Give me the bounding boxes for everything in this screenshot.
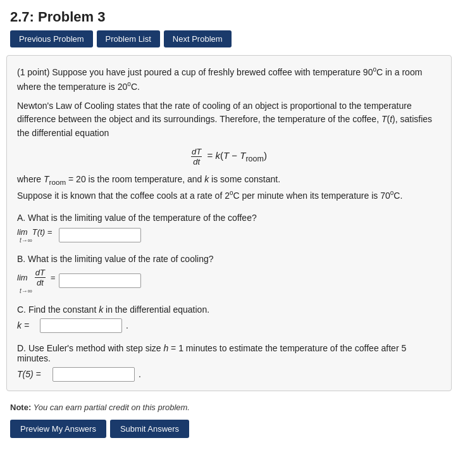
section-a-math-label: lim T(t) = t→∞ <box>17 227 55 244</box>
section-b-label: B. What is the limiting value of the rat… <box>17 254 441 264</box>
section-c-period: . <box>126 320 128 330</box>
note-text: You can earn partial credit on this prob… <box>34 403 190 412</box>
law-text: Newton's Law of Cooling states that the … <box>17 99 441 141</box>
section-c: C. Find the constant k in the differenti… <box>17 304 441 333</box>
section-d-label: D. Use Euler's method with step size h =… <box>17 343 441 363</box>
next-problem-button[interactable]: Next Problem <box>164 30 232 47</box>
page-title: 2.7: Problem 3 <box>0 0 458 30</box>
section-b-input[interactable] <box>59 273 141 288</box>
section-c-input[interactable] <box>40 318 122 333</box>
section-b: B. What is the limiting value of the rat… <box>17 254 441 294</box>
section-a-input[interactable] <box>59 228 141 242</box>
prev-problem-button[interactable]: Previous Problem <box>10 30 93 47</box>
problem-list-button[interactable]: Problem List <box>97 30 160 47</box>
submit-answers-button[interactable]: Submit Answers <box>110 420 189 438</box>
section-d-answer-row: T(5) = . <box>17 367 441 382</box>
section-a-label: A. What is the limiting value of the tem… <box>17 213 441 223</box>
bottom-nav: Preview My Answers Submit Answers <box>0 415 458 448</box>
section-d: D. Use Euler's method with step size h =… <box>17 343 441 382</box>
section-a: A. What is the limiting value of the tem… <box>17 213 441 244</box>
section-d-math-label: T(5) = <box>17 369 49 379</box>
nav-bar: Previous Problem Problem List Next Probl… <box>0 30 458 55</box>
section-d-period: . <box>139 369 141 379</box>
main-equation: dT dt = k(T − Troom) <box>17 147 441 166</box>
section-c-label: C. Find the constant k in the differenti… <box>17 304 441 315</box>
note-label: Note: <box>10 403 31 412</box>
intro-text: (1 point) Suppose you have just poured a… <box>17 65 441 94</box>
section-c-math-label: k = <box>17 320 36 330</box>
problem-box: (1 point) Suppose you have just poured a… <box>6 55 452 391</box>
section-a-answer-row: lim T(t) = t→∞ <box>17 227 441 244</box>
where-text: where Troom = 20 is the room temperature… <box>17 173 441 203</box>
preview-answers-button[interactable]: Preview My Answers <box>10 420 106 438</box>
note-area: Note: You can earn partial credit on thi… <box>0 398 458 415</box>
section-b-math-label: lim dT dt = t→∞ <box>17 268 55 294</box>
section-c-answer-row: k = . <box>17 318 441 333</box>
section-b-answer-row: lim dT dt = t→∞ <box>17 268 441 294</box>
section-d-input[interactable] <box>53 367 135 382</box>
